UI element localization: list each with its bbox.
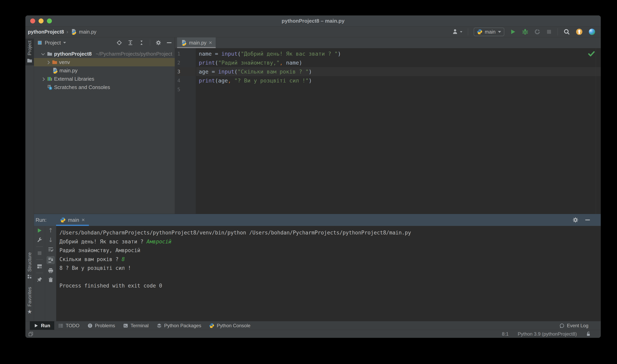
code-line-2: print("Радий знайомству,", name) — [196, 58, 601, 67]
update-available-button[interactable] — [576, 28, 583, 35]
window-title: pythonProject8 – main.py — [26, 18, 601, 24]
hide-panel-button[interactable] — [585, 220, 590, 220]
restore-layout-button[interactable] — [37, 263, 42, 269]
print-button[interactable] — [48, 268, 54, 273]
edit-configuration-wrench-button[interactable] — [37, 237, 42, 243]
expand-all-button[interactable] — [128, 40, 133, 46]
tool-window-button-todo[interactable]: TODO — [54, 321, 83, 330]
python-file-icon — [181, 40, 187, 46]
caret-position-widget[interactable]: 8:1 — [502, 331, 509, 337]
pycharm-window: pythonProject8 – main.py pythonProject8 … — [26, 15, 601, 338]
inspections-ok-check-icon[interactable] — [588, 50, 595, 57]
tool-window-switcher-icon[interactable] — [28, 331, 33, 337]
stop-button[interactable] — [37, 250, 42, 256]
run-button[interactable] — [510, 29, 516, 35]
chevron-right-icon[interactable] — [46, 61, 50, 64]
run-tab-main[interactable]: main — [56, 214, 89, 226]
up-arrow-icon[interactable]: ↑ — [48, 227, 53, 234]
left-tool-window-stripe: Project Structure Favorites ★ — [26, 37, 34, 321]
soft-wrap-button[interactable] — [48, 247, 54, 253]
desktop: pythonProject8 – main.py pythonProject8 … — [0, 0, 617, 364]
locate-file-button[interactable] — [117, 40, 122, 46]
run-panel-header: Run: main — [34, 214, 601, 226]
tool-window-button-event-log[interactable]: Event Log — [559, 321, 601, 330]
settings-gear-button[interactable] — [156, 40, 161, 46]
console-line: Радий знайомству, Амвросій — [59, 246, 601, 255]
packages-icon — [157, 323, 162, 328]
tool-window-button-problems[interactable]: Problems — [83, 321, 119, 330]
scroll-to-end-button[interactable] — [47, 256, 55, 264]
python-file-icon — [71, 29, 77, 35]
python-icon — [209, 323, 214, 328]
toolbar-divider — [558, 28, 558, 35]
stop-button[interactable] — [546, 29, 552, 35]
clear-console-button[interactable] — [48, 277, 53, 283]
stripe-button-favorites[interactable]: Favorites ★ — [26, 287, 34, 314]
rerun-button[interactable] — [37, 227, 42, 234]
toolbar-divider — [36, 260, 43, 260]
chevron-down-icon — [460, 31, 462, 33]
close-window-button[interactable] — [30, 18, 35, 24]
line-number: 4 — [175, 76, 196, 85]
run-console-output[interactable]: /Users/bohdan/PycharmProjects/pythonProj… — [56, 226, 601, 321]
project-panel-title[interactable]: Project — [45, 40, 61, 46]
breadcrumb-project[interactable]: pythonProject8 — [28, 29, 64, 35]
console-line: /Users/bohdan/PycharmProjects/pythonProj… — [59, 228, 601, 237]
hide-panel-button[interactable] — [167, 42, 171, 43]
code-lines[interactable]: name = input("Добрий день! Як вас звати … — [196, 48, 601, 214]
run-with-coverage-button[interactable] — [534, 29, 540, 35]
chevron-down-icon[interactable] — [40, 53, 45, 55]
line-number: 2 — [175, 58, 196, 67]
tool-window-button-python-packages[interactable]: Python Packages — [153, 321, 205, 330]
event-log-icon — [559, 323, 564, 328]
stripe-label-structure: Structure — [27, 252, 32, 272]
tool-window-label: Python Console — [217, 323, 250, 328]
pin-tab-button[interactable] — [37, 277, 42, 283]
tree-row-external-libraries[interactable]: External Libraries — [34, 75, 175, 83]
code-line-3-caret: age = input("Скільки вам років ? ") — [196, 67, 601, 76]
tree-row-venv[interactable]: venv — [34, 58, 175, 66]
toolbox-sphere-button[interactable] — [588, 28, 595, 35]
unlocked-padlock-icon[interactable] — [586, 331, 591, 337]
code-editor[interactable]: 1 2 3 4 5 name = input("Добрий день! Як … — [175, 48, 601, 214]
collapse-all-button[interactable] — [139, 40, 144, 46]
settings-gear-button[interactable] — [573, 217, 578, 223]
tree-row-scratches[interactable]: Scratches and Consoles — [34, 83, 175, 91]
zoom-window-button[interactable] — [47, 18, 52, 24]
star-icon: ★ — [27, 309, 32, 314]
chevron-down-icon[interactable] — [63, 42, 66, 43]
stripe-label-favorites: Favorites — [27, 287, 32, 307]
down-arrow-icon[interactable]: ↓ — [48, 237, 53, 243]
tool-window-button-terminal[interactable]: Terminal — [119, 321, 153, 330]
run-configuration-select[interactable]: main — [474, 28, 504, 36]
breadcrumb-file[interactable]: main.py — [79, 29, 96, 35]
console-line — [59, 273, 601, 282]
close-icon[interactable] — [209, 40, 212, 46]
run-configuration-name: main — [485, 29, 496, 35]
chevron-right-icon[interactable] — [40, 78, 45, 80]
interpreter-widget[interactable]: Python 3.9 (pythonProject8) — [518, 331, 577, 337]
toolbar-divider — [36, 273, 43, 273]
minimize-window-button[interactable] — [39, 18, 43, 24]
structure-icon — [27, 274, 32, 279]
stripe-label-project: Project — [27, 40, 32, 55]
tree-row-project-root[interactable]: pythonProject8 ~/PycharmProjects/pythonP… — [34, 50, 175, 58]
tool-window-button-run[interactable]: Run — [30, 321, 54, 330]
editor-tab-main-py[interactable]: main.py — [177, 37, 216, 48]
user-account-button[interactable] — [452, 29, 462, 35]
stripe-button-project[interactable]: Project — [26, 39, 34, 65]
status-bar-widgets: 8:1 Python 3.9 (pythonProject8) — [502, 331, 591, 337]
line-number: 1 — [175, 49, 196, 58]
project-panel-actions — [117, 40, 171, 46]
title-bar[interactable]: pythonProject8 – main.py — [26, 15, 601, 26]
close-icon[interactable] — [81, 217, 85, 223]
search-everywhere-button[interactable] — [563, 28, 570, 35]
project-tool-window: Project pythonProject8 ~/PycharmProjects… — [34, 37, 175, 214]
toolbar-divider — [36, 247, 43, 247]
debug-button[interactable] — [522, 28, 528, 35]
tree-row-main-py[interactable]: main.py — [34, 66, 175, 75]
stripe-button-structure[interactable]: Structure — [26, 252, 34, 279]
editor-gutter: 1 2 3 4 5 — [175, 48, 196, 214]
tool-window-button-python-console[interactable]: Python Console — [205, 321, 254, 330]
console-line: Process finished with exit code 0 — [59, 281, 601, 290]
